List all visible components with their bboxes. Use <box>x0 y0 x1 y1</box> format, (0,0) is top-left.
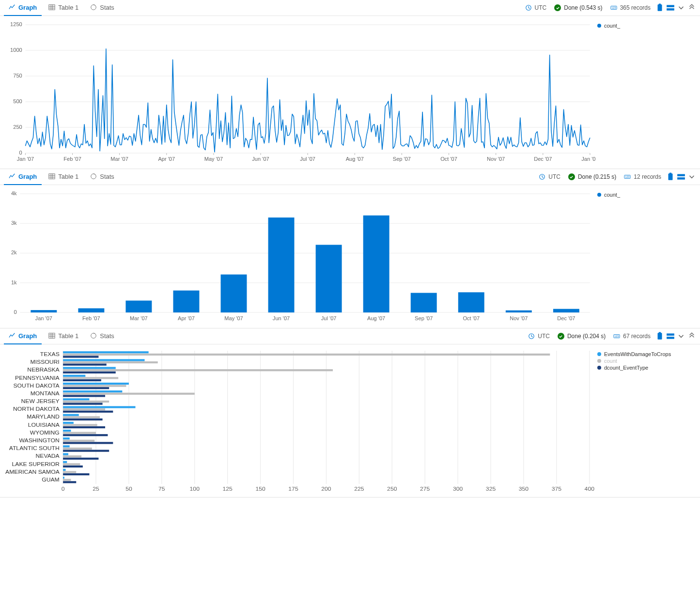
svg-rect-208 <box>63 473 89 475</box>
svg-text:Feb '07: Feb '07 <box>63 156 81 162</box>
svg-text:325: 325 <box>486 486 496 492</box>
tab-table[interactable]: Table 1 <box>44 328 83 344</box>
svg-text:1000: 1000 <box>10 47 22 53</box>
svg-text:123: 123 <box>625 175 630 178</box>
status-label: Done (0.204 s) <box>567 333 606 340</box>
clipboard-icon[interactable] <box>655 3 664 12</box>
svg-rect-191 <box>63 440 94 442</box>
utc-label: UTC <box>535 4 547 11</box>
legend-label: count <box>604 358 617 364</box>
tab-table[interactable]: Table 1 <box>44 169 83 185</box>
clipboard-icon[interactable] <box>655 332 664 341</box>
chevron-down-icon[interactable] <box>677 3 685 12</box>
svg-rect-76 <box>78 308 104 312</box>
svg-text:375: 375 <box>552 486 561 492</box>
line-chart[interactable]: 025050075010001250Jan '07Feb '07Mar '07A… <box>4 20 595 167</box>
clock-icon <box>539 173 545 180</box>
view-mode-icon[interactable] <box>677 172 685 181</box>
view-mode-icon[interactable] <box>666 332 675 341</box>
svg-text:3k: 3k <box>11 220 17 226</box>
legend-label: count_ <box>604 23 620 29</box>
svg-text:NEW JERSEY: NEW JERSEY <box>21 399 60 404</box>
svg-text:MISSOURI: MISSOURI <box>30 359 59 365</box>
utc-label: UTC <box>538 333 550 340</box>
svg-text:Aug '07: Aug '07 <box>367 316 385 321</box>
svg-rect-162 <box>63 383 129 385</box>
svg-text:Oct '07: Oct '07 <box>463 316 480 321</box>
tab-stats[interactable]: Stats <box>85 169 119 185</box>
legend-swatch-icon <box>597 24 601 28</box>
svg-text:250: 250 <box>13 124 22 130</box>
svg-rect-0 <box>49 5 55 10</box>
tab-stats[interactable]: Stats <box>85 328 119 344</box>
legend-label: EventsWithDamageToCrops <box>604 351 671 357</box>
timezone-utc[interactable]: UTC <box>525 333 553 340</box>
collapse-icon[interactable] <box>687 332 696 341</box>
svg-text:Jan '07: Jan '07 <box>17 156 34 162</box>
svg-rect-170 <box>63 398 89 400</box>
svg-text:2k: 2k <box>11 250 17 255</box>
horizontal-bar-chart[interactable]: 0255075100125150175200225250275300325350… <box>4 348 595 495</box>
svg-text:1k: 1k <box>11 280 17 285</box>
bar-chart[interactable]: 01k2k3k4kJan '07Feb '07Mar '07Apr '07May… <box>4 189 595 326</box>
clipboard-icon[interactable] <box>666 172 675 181</box>
legend-swatch-icon <box>597 193 601 197</box>
legend-swatch-icon <box>597 366 601 370</box>
svg-rect-110 <box>667 337 674 339</box>
chevron-down-icon[interactable] <box>687 172 696 181</box>
timezone-utc[interactable]: UTC <box>536 173 563 180</box>
svg-rect-158 <box>63 375 85 377</box>
svg-text:May '07: May '07 <box>224 316 243 321</box>
svg-text:250: 250 <box>387 486 397 492</box>
records-label: 12 records <box>634 173 661 180</box>
legend-swatch-icon <box>597 352 601 356</box>
svg-rect-12 <box>667 8 674 11</box>
svg-text:1250: 1250 <box>10 22 22 27</box>
tab-graph[interactable]: Graph <box>4 0 42 16</box>
svg-rect-168 <box>63 395 105 397</box>
svg-rect-63 <box>677 177 685 180</box>
svg-text:GUAM: GUAM <box>42 477 60 482</box>
svg-rect-174 <box>63 406 135 408</box>
svg-rect-178 <box>63 414 79 416</box>
svg-text:Mar '07: Mar '07 <box>130 316 148 321</box>
svg-text:AMERICAN SAMOA: AMERICAN SAMOA <box>5 469 60 475</box>
svg-text:NORTH DAKOTA: NORTH DAKOTA <box>13 406 60 412</box>
svg-rect-80 <box>173 291 200 312</box>
tab-table[interactable]: Table 1 <box>44 0 83 16</box>
svg-text:NEBRASKA: NEBRASKA <box>27 367 60 373</box>
svg-text:25: 25 <box>93 486 99 492</box>
timezone-utc[interactable]: UTC <box>522 4 550 11</box>
legend-swatch-icon <box>597 359 601 363</box>
svg-text:May '07: May '07 <box>204 156 223 162</box>
chevron-down-icon[interactable] <box>677 332 685 341</box>
svg-rect-82 <box>221 275 247 312</box>
tab-label: Table 1 <box>58 173 78 180</box>
toolbar-3: Graph Table 1 Stats UTC Done (0.204 s) 1… <box>0 328 700 344</box>
collapse-icon[interactable] <box>687 3 696 12</box>
svg-rect-150 <box>63 359 144 361</box>
svg-text:175: 175 <box>288 486 298 492</box>
svg-text:Sep '07: Sep '07 <box>393 156 411 162</box>
tab-stats[interactable]: Stats <box>85 0 119 16</box>
tab-label: Graph <box>18 4 37 11</box>
svg-rect-198 <box>63 453 68 455</box>
tab-graph[interactable]: Graph <box>4 328 42 344</box>
svg-rect-147 <box>63 354 550 356</box>
svg-text:Apr '07: Apr '07 <box>178 316 195 321</box>
svg-rect-192 <box>63 442 113 444</box>
status-done: Done (0.204 s) <box>555 333 608 340</box>
svg-text:0: 0 <box>19 150 22 156</box>
records-count: 123 365 records <box>607 4 653 11</box>
toolbar-1: Graph Table 1 Stats UTC Done (0.543 s) 1… <box>0 0 700 16</box>
svg-text:200: 200 <box>321 486 331 492</box>
svg-rect-180 <box>63 419 103 420</box>
view-mode-icon[interactable] <box>666 3 675 12</box>
svg-rect-172 <box>63 403 103 404</box>
panel-1: Graph Table 1 Stats UTC Done (0.543 s) 1… <box>0 0 700 169</box>
svg-text:Jan '08: Jan '08 <box>581 156 595 162</box>
tab-label: Table 1 <box>58 4 78 11</box>
svg-text:100: 100 <box>190 486 200 492</box>
tab-graph[interactable]: Graph <box>4 169 42 185</box>
svg-text:Dec '07: Dec '07 <box>534 156 552 162</box>
